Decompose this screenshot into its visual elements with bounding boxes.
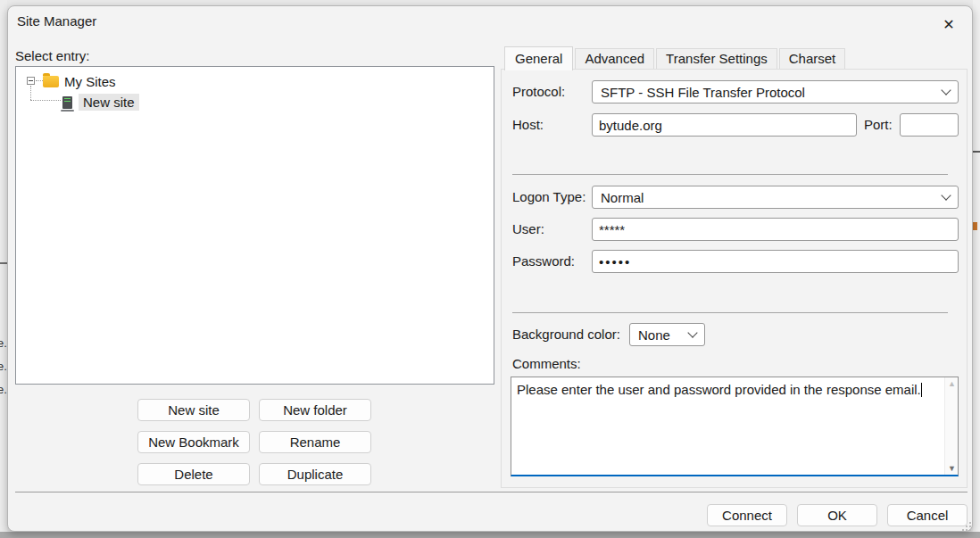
logon-type-value: Normal	[601, 190, 644, 205]
select-entry-label: Select entry:	[15, 48, 89, 63]
port-input[interactable]	[900, 113, 959, 137]
logon-type-label: Logon Type:	[512, 189, 586, 204]
tree-connector	[30, 86, 31, 100]
rename-button[interactable]: Rename	[259, 431, 371, 453]
background-divider	[973, 151, 980, 153]
duplicate-button[interactable]: Duplicate	[259, 463, 371, 485]
footer-separator	[15, 492, 968, 492]
protocol-value: SFTP - SSH File Transfer Protocol	[601, 85, 805, 100]
background-window-bottom-strip	[0, 532, 980, 538]
background-text-fragment: e.	[0, 336, 7, 350]
protocol-select[interactable]: SFTP - SSH File Transfer Protocol	[592, 80, 959, 103]
dialog-title: Site Manager	[17, 13, 96, 29]
screen: e. e. e. Site Manager ✕ Select entry: My…	[0, 0, 980, 538]
comments-scrollbar[interactable]: ▲ ▼	[944, 377, 958, 475]
host-label: Host:	[512, 117, 544, 132]
user-input[interactable]	[592, 218, 959, 241]
connect-button[interactable]: Connect	[707, 504, 787, 526]
chevron-down-icon	[941, 85, 951, 95]
new-folder-button[interactable]: New folder	[259, 399, 371, 421]
tab-transfer-settings[interactable]: Transfer Settings	[656, 48, 777, 70]
background-text-fragment: e.	[0, 383, 7, 396]
scroll-up-icon[interactable]: ▲	[945, 379, 959, 388]
scroll-down-icon[interactable]: ▼	[945, 464, 959, 473]
comments-text: Please enter the user and password provi…	[517, 381, 940, 399]
new-bookmark-button[interactable]: New Bookmark	[137, 431, 250, 453]
password-label: Password:	[512, 253, 575, 269]
folder-icon	[43, 76, 59, 87]
site-manager-dialog: Site Manager ✕ Select entry: My Sites Ne…	[7, 5, 973, 532]
general-tab-page: Protocol: SFTP - SSH File Transfer Proto…	[501, 69, 968, 488]
background-color-fragment	[973, 222, 977, 230]
server-icon	[62, 96, 72, 109]
comments-textarea[interactable]: Please enter the user and password provi…	[511, 377, 959, 476]
password-input[interactable]	[592, 250, 959, 273]
port-label: Port:	[864, 117, 893, 132]
new-site-button[interactable]: New site	[137, 399, 250, 421]
background-window-right-sliver	[973, 0, 980, 538]
chevron-down-icon	[941, 190, 951, 200]
close-button[interactable]: ✕	[934, 12, 963, 37]
tree-item-label-selected: New site	[79, 94, 139, 111]
comments-label: Comments:	[512, 356, 581, 371]
site-tree[interactable]: My Sites New site	[15, 66, 494, 385]
tab-general[interactable]: General	[504, 46, 573, 70]
chevron-down-icon	[687, 327, 697, 337]
tree-item-new-site[interactable]: New site	[62, 94, 139, 111]
protocol-label: Protocol:	[512, 84, 565, 99]
tree-connector	[30, 100, 61, 101]
background-divider	[0, 262, 7, 264]
host-input[interactable]	[592, 113, 857, 137]
section-separator	[512, 174, 948, 175]
background-color-label: Background color:	[512, 327, 620, 342]
tree-collapse-icon[interactable]	[27, 77, 35, 85]
tree-connector	[36, 80, 43, 81]
background-window-left-sliver: e. e. e.	[0, 0, 7, 538]
close-icon: ✕	[943, 16, 954, 33]
background-color-value: None	[638, 327, 670, 343]
logon-type-select[interactable]: Normal	[592, 186, 959, 209]
resize-grip[interactable]	[961, 521, 972, 532]
section-separator	[512, 312, 948, 313]
tab-advanced[interactable]: Advanced	[575, 48, 654, 70]
cancel-button[interactable]: Cancel	[887, 504, 968, 526]
tree-item-my-sites[interactable]: My Sites	[43, 74, 116, 89]
delete-button[interactable]: Delete	[137, 463, 250, 485]
tree-item-label: My Sites	[64, 74, 116, 89]
ok-button[interactable]: OK	[797, 504, 877, 526]
tab-bar: General Advanced Transfer Settings Chars…	[504, 47, 847, 70]
background-color-select[interactable]: None	[629, 323, 705, 346]
text-cursor	[921, 383, 922, 397]
tab-charset[interactable]: Charset	[779, 48, 846, 70]
user-label: User:	[512, 221, 544, 236]
background-text-fragment: e.	[0, 360, 7, 373]
